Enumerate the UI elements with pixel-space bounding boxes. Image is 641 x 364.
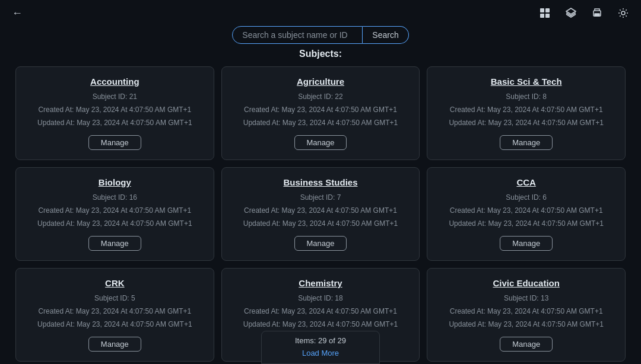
subject-name: CRK <box>105 278 125 288</box>
subject-updated: Updated At: May 23, 2024 At 4:07:50 AM G… <box>37 218 192 229</box>
subject-name: Business Studies <box>283 177 357 187</box>
print-icon[interactable] <box>589 5 605 21</box>
subject-created: Created At: May 23, 2024 At 4:07:50 AM G… <box>244 205 397 216</box>
top-bar-left: ← <box>9 5 25 22</box>
subject-card: Biology Subject ID: 16 Created At: May 2… <box>15 167 214 261</box>
svg-rect-0 <box>540 8 544 12</box>
manage-button[interactable]: Manage <box>500 236 553 251</box>
subject-card: Civic Education Subject ID: 13 Created A… <box>427 268 626 362</box>
manage-button[interactable]: Manage <box>294 236 347 251</box>
svg-rect-2 <box>540 14 544 18</box>
subject-updated: Updated At: May 23, 2024 At 4:07:50 AM G… <box>449 319 604 330</box>
top-bar: ← <box>0 0 641 26</box>
subject-updated: Updated At: May 23, 2024 At 4:07:50 AM G… <box>243 218 398 229</box>
subject-created: Created At: May 23, 2024 At 4:07:50 AM G… <box>450 104 603 115</box>
svg-point-6 <box>621 11 625 15</box>
subject-name: Accounting <box>90 76 139 87</box>
manage-button[interactable]: Manage <box>500 337 553 352</box>
items-count: Items: 29 of 29 <box>295 336 346 345</box>
subjects-grid: Accounting Subject ID: 21 Created At: Ma… <box>15 66 626 364</box>
search-button[interactable]: Search <box>363 26 408 44</box>
subject-created: Created At: May 23, 2024 At 4:07:50 AM G… <box>244 104 397 115</box>
svg-rect-1 <box>545 8 550 12</box>
subject-id: Subject ID: 8 <box>506 91 547 102</box>
subject-updated: Updated At: May 23, 2024 At 4:07:50 AM G… <box>449 117 604 128</box>
layers-icon[interactable] <box>563 5 579 21</box>
settings-icon[interactable] <box>615 5 632 21</box>
subject-card: Agriculture Subject ID: 22 Created At: M… <box>221 66 420 160</box>
subject-card: Business Studies Subject ID: 7 Created A… <box>221 167 420 261</box>
search-area: Search <box>0 26 641 44</box>
subject-id: Subject ID: 5 <box>94 293 135 304</box>
subject-created: Created At: May 23, 2024 At 4:07:50 AM G… <box>450 306 603 317</box>
subject-card: CCA Subject ID: 6 Created At: May 23, 20… <box>427 167 626 261</box>
subject-created: Created At: May 23, 2024 At 4:07:50 AM G… <box>38 306 191 317</box>
subject-id: Subject ID: 18 <box>298 293 342 304</box>
subject-updated: Updated At: May 23, 2024 At 4:07:50 AM G… <box>37 117 192 128</box>
subject-created: Created At: May 23, 2024 At 4:07:50 AM G… <box>38 104 191 115</box>
top-bar-right <box>537 5 632 21</box>
subject-name: Agriculture <box>297 76 344 87</box>
grid-icon[interactable] <box>537 5 553 21</box>
subject-id: Subject ID: 22 <box>298 91 342 102</box>
subject-id: Subject ID: 6 <box>506 192 547 203</box>
main-container: Accounting Subject ID: 21 Created At: Ma… <box>6 66 635 364</box>
subject-created: Created At: May 23, 2024 At 4:07:50 AM G… <box>38 205 191 216</box>
subject-name: CCA <box>516 177 536 187</box>
subject-name: Chemistry <box>299 278 342 288</box>
subject-updated: Updated At: May 23, 2024 At 4:07:50 AM G… <box>243 117 398 128</box>
subject-created: Created At: May 23, 2024 At 4:07:50 AM G… <box>244 306 397 317</box>
load-more-button[interactable]: Load More <box>297 347 344 359</box>
subject-updated: Updated At: May 23, 2024 At 4:07:50 AM G… <box>449 218 604 229</box>
subject-created: Created At: May 23, 2024 At 4:07:50 AM G… <box>450 205 603 216</box>
subject-name: Basic Sci & Tech <box>491 76 562 87</box>
subject-card: Basic Sci & Tech Subject ID: 8 Created A… <box>427 66 626 160</box>
subject-id: Subject ID: 13 <box>504 293 548 304</box>
subject-id: Subject ID: 21 <box>93 91 137 102</box>
subject-name: Biology <box>99 177 131 187</box>
subject-updated: Updated At: May 23, 2024 At 4:07:50 AM G… <box>243 319 398 330</box>
subject-id: Subject ID: 16 <box>93 192 137 203</box>
svg-rect-3 <box>545 14 550 18</box>
manage-button[interactable]: Manage <box>88 236 141 251</box>
search-input[interactable] <box>232 26 363 44</box>
svg-rect-5 <box>595 14 599 16</box>
subject-card: Accounting Subject ID: 21 Created At: Ma… <box>15 66 214 160</box>
subject-updated: Updated At: May 23, 2024 At 4:07:50 AM G… <box>37 319 192 330</box>
subject-card: CRK Subject ID: 5 Created At: May 23, 20… <box>15 268 214 362</box>
pagination-toast: Items: 29 of 29 Load More <box>261 331 380 364</box>
subjects-heading: Subjects: <box>0 49 641 59</box>
manage-button[interactable]: Manage <box>500 135 553 150</box>
manage-button[interactable]: Manage <box>294 135 347 150</box>
back-button[interactable]: ← <box>9 5 25 22</box>
subject-name: Civic Education <box>493 278 560 288</box>
manage-button[interactable]: Manage <box>88 337 141 352</box>
subject-id: Subject ID: 7 <box>300 192 341 203</box>
manage-button[interactable]: Manage <box>88 135 141 150</box>
